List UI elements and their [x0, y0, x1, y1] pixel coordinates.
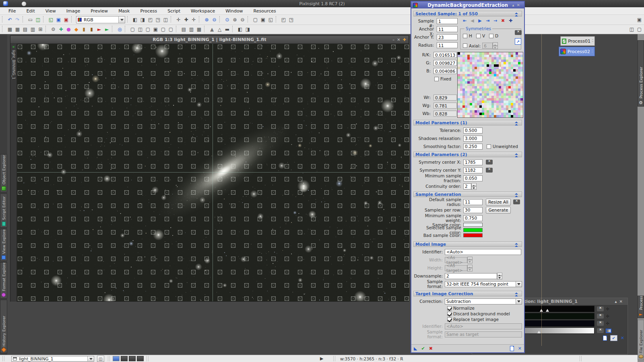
zoom-fit-icon[interactable]: ⊕: [231, 16, 239, 24]
correction-select[interactable]: Subtraction: [445, 298, 522, 304]
barrel1-icon[interactable]: ▮: [80, 26, 88, 33]
mask5-icon[interactable]: ▢: [159, 26, 167, 33]
statusbar-handle[interactable]: [2, 356, 4, 361]
axial-input[interactable]: 6: [482, 43, 493, 49]
tile-icon[interactable]: ◳: [154, 16, 162, 24]
width-spin-up[interactable]: [467, 257, 473, 260]
collapse-chevron-icon[interactable]: [514, 11, 519, 16]
axial-checkbox[interactable]: [463, 43, 467, 48]
view-mode-button[interactable]: ◫: [97, 356, 104, 362]
first-sample-button[interactable]: ⇤: [461, 18, 469, 23]
icons-grid1-icon[interactable]: ▦: [6, 26, 14, 33]
continuity-spin-down[interactable]: [471, 186, 477, 190]
delete-sample-button[interactable]: ✖: [499, 18, 507, 23]
continuity-spin-up[interactable]: [471, 183, 477, 187]
samples-per-row-input[interactable]: 30: [463, 207, 483, 213]
tab-file-explorer[interactable]: File Explorer: [638, 320, 644, 360]
generate-button[interactable]: Generate: [486, 207, 511, 214]
tab-history-explorer[interactable]: History Explorer: [0, 300, 7, 353]
model-sample-format-select[interactable]: 32-bit IEEE 754 floating point: [445, 281, 522, 287]
icons-add-icon[interactable]: ⊞: [37, 26, 44, 33]
statusbar-handle[interactable]: [147, 356, 149, 361]
tolerance-input[interactable]: 0.500: [463, 128, 483, 134]
axial-spin-up[interactable]: [493, 42, 498, 46]
mask3-icon[interactable]: ▢: [144, 26, 152, 33]
ws1-icon[interactable]: ◫: [628, 26, 636, 33]
menu-mask[interactable]: Mask: [113, 8, 135, 14]
tab-object-explorer[interactable]: Object Explorer: [0, 154, 7, 192]
tab-view-explorer[interactable]: View Explorer: [0, 229, 7, 261]
continuity-order-input[interactable]: 2: [463, 183, 471, 189]
stf-blue-reset-icon[interactable]: [597, 321, 604, 326]
height-spin-up[interactable]: [467, 265, 473, 268]
status-play-icon[interactable]: ▶: [320, 356, 323, 361]
clone-icon[interactable]: ✚: [57, 26, 65, 33]
symmetry-y-clear-icon[interactable]: [486, 168, 493, 173]
collapse-chevron-icon[interactable]: [514, 291, 519, 296]
reset-dialog-icon[interactable]: ✕: [518, 346, 522, 351]
cascade-icon[interactable]: ◰: [147, 16, 154, 24]
zoom-11-icon[interactable]: ⊙: [223, 16, 231, 24]
icons-rows-icon[interactable]: ▤: [21, 26, 29, 33]
symmetry-v-checkbox[interactable]: [476, 34, 481, 38]
menu-window[interactable]: Window: [220, 8, 248, 14]
tab-process-explorer[interactable]: Process Explorer ⚙: [638, 40, 644, 107]
chevron-down-icon[interactable]: [118, 16, 125, 23]
section-target-image-correction[interactable]: Target Image Correction: [413, 291, 522, 296]
chevron-down-icon[interactable]: [87, 356, 94, 361]
resize-all-button[interactable]: Resize All: [486, 199, 511, 206]
menu-image[interactable]: Image: [61, 8, 85, 14]
symmetry-center-x-input[interactable]: 1785: [463, 159, 483, 165]
unweighted-checkbox[interactable]: [487, 144, 491, 149]
barrel2-icon[interactable]: ▮: [88, 26, 95, 33]
shade-button[interactable]: ✕: [397, 37, 400, 42]
cancel-button[interactable]: ✖: [429, 346, 433, 351]
stf-doc-icon[interactable]: [603, 335, 607, 341]
redo-icon[interactable]: ↷: [14, 16, 21, 24]
undo-icon[interactable]: ↶: [6, 16, 14, 24]
zoom-out-icon[interactable]: ⊖: [211, 16, 218, 24]
tab-format-explorer[interactable]: Format Explorer: [0, 262, 7, 298]
dbe-shade-button[interactable]: ▴: [512, 3, 514, 7]
last-sample-button[interactable]: ⇥: [484, 18, 491, 23]
prev-sample-button[interactable]: ◀: [469, 18, 476, 23]
section-selected-sample[interactable]: Selected Sample: 1 of 550: [413, 11, 522, 16]
workspace-thumb-3[interactable]: [129, 356, 136, 361]
process-icon-process01[interactable]: Process01 ””: [560, 36, 595, 46]
shadows-relaxation-input[interactable]: 3.000: [463, 136, 483, 142]
zoom-window-button[interactable]: ✚: [403, 37, 406, 42]
stf-marker[interactable]: [546, 309, 549, 312]
width-spin-down[interactable]: [467, 260, 473, 263]
execute-button[interactable]: ✔: [421, 346, 425, 351]
min-sample-fraction-input[interactable]: 0.050: [463, 175, 483, 181]
anchor-y-input[interactable]: 23: [437, 34, 458, 40]
axial-spin-down[interactable]: [493, 46, 498, 49]
downsample-spin-up[interactable]: [497, 273, 502, 276]
statusbar-handle[interactable]: [108, 356, 110, 361]
default-sample-radius-input[interactable]: 11: [463, 199, 483, 205]
fit-window-icon[interactable]: ◰: [280, 16, 287, 24]
run-red-icon[interactable]: ►: [95, 26, 103, 33]
track-view-icon[interactable]: ✛: [190, 16, 198, 24]
ws2-icon[interactable]: ▢: [636, 26, 643, 33]
sample-num-input[interactable]: 1: [437, 18, 458, 24]
model-width-input[interactable]: <As target>: [445, 257, 467, 263]
collapse-chevron-icon[interactable]: [514, 120, 519, 125]
menu-process[interactable]: Process: [135, 8, 162, 14]
zoom-in-icon[interactable]: ⊕: [203, 16, 211, 24]
tile-right-icon[interactable]: ◨: [139, 16, 147, 24]
arrange-icon[interactable]: ◫: [162, 16, 169, 24]
menu-workspace[interactable]: Workspace: [186, 8, 220, 14]
model-identifier-input[interactable]: <Auto>: [445, 249, 521, 255]
normalize-checkbox[interactable]: [447, 306, 452, 311]
section-model-parameters-2[interactable]: Model Parameters (2): [413, 152, 522, 157]
smoothing-factor-input[interactable]: 0.250: [463, 144, 483, 150]
symmetry-center-y-input[interactable]: 1182: [463, 167, 483, 173]
new-preview-icon[interactable]: ◱: [47, 16, 55, 24]
pan-icon[interactable]: ✛: [175, 16, 182, 24]
run-green-icon[interactable]: ►: [103, 26, 111, 33]
downsample-input[interactable]: 2: [445, 273, 497, 279]
zoom-fit-view-icon[interactable]: ⊖: [239, 16, 246, 24]
stf-shade-button[interactable]: ▴: [615, 299, 617, 304]
stf-green-channel-icon[interactable]: ✛: [606, 314, 609, 319]
